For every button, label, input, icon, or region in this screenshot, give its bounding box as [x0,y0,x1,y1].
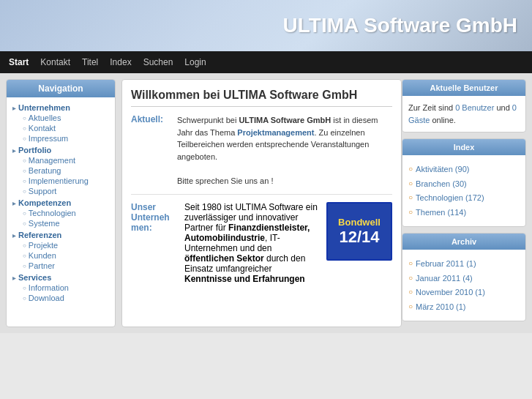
main-navbar: Start Kontakt Titel Index Suchen Login [0,51,532,73]
sidebar-link-management[interactable]: Management [29,156,75,165]
sidebar-link-systeme[interactable]: Systeme [29,219,60,228]
bullet-icon: ○ [23,242,26,249]
list-item: ○ Aktuelles [23,113,109,122]
archiv-mar2010[interactable]: März 2010 (1) [416,301,465,313]
sidebar-section-portfolio: ▸ Portfolio ○ Management ○ Beratung ○ Im… [12,146,109,195]
bullet-icon: ○ [23,188,26,195]
sidebar-parent-portfolio: ▸ Portfolio [12,146,109,154]
sidebar-link-services[interactable]: Services [18,273,51,282]
list-item: ○ Kontakt [23,124,109,133]
aktuelle-benutzer-header: Aktuelle Benutzer [402,80,525,96]
arrow-icon: ▸ [12,231,16,239]
list-item: ○ Projekte [23,241,109,250]
sidebar-parent-referenzen: ▸ Referenzen [12,231,109,239]
unser-content: Seit 1980 ist ULTIMA Software ein zuverl… [184,202,392,284]
sidebar-link-beratung[interactable]: Beratung [29,166,61,175]
index-branchen[interactable]: Branchen (30) [416,178,467,190]
bondwell-model: 12/14 [339,228,379,247]
aktuell-label-text: Aktuell: [131,114,163,124]
nav-titel[interactable]: Titel [82,57,98,67]
sidebar-link-support[interactable]: Support [29,187,57,195]
list-item: ○ Partner [23,261,109,270]
archiv-header: Archiv [402,234,525,250]
arrow-icon: ▸ [12,274,16,282]
sidebar-link-referenzen[interactable]: Referenzen [18,231,61,239]
sidebar-link-impressum[interactable]: Impressum [29,134,68,143]
site-title: ULTIMA Software GmbH [283,14,517,37]
sidebar-children-portfolio: ○ Management ○ Beratung ○ Implementierun… [12,156,109,195]
sidebar-link-partner[interactable]: Partner [29,261,55,270]
benutzer-count1[interactable]: 0 Benutzer [455,103,494,112]
bullet-icon: ○ [23,253,26,259]
sidebar-header: Navigation [7,80,115,97]
bullet-icon: ○ [23,220,26,227]
list-item: ○ Implementierung [23,176,109,185]
index-themen[interactable]: Themen (114) [416,206,466,219]
sidebar-section-referenzen: ▸ Referenzen ○ Projekte ○ Kunden ○ Partn… [12,231,109,270]
bullet-icon: ○ [23,157,26,164]
list-item: ○ Technologien (172) [408,192,520,204]
index-aktivitaeten[interactable]: Aktivitäten (90) [416,163,469,176]
bullet-icon: ○ [23,210,26,217]
sidebar-link-technologien[interactable]: Technologien [29,209,76,217]
unser-text: Seit 1980 ist ULTIMA Software ein zuverl… [184,202,321,284]
nav-index[interactable]: Index [110,57,131,67]
bullet-icon: ○ [23,295,26,302]
nav-kontakt[interactable]: Kontakt [40,57,70,67]
sidebar: Navigation ▸ Unternehmen ○ Aktuelles ○ K… [6,79,116,327]
unser-label-text: UnserUnternehmen: [131,202,170,233]
bullet-icon: ○ [23,135,26,142]
aktuell-text1: Schwerpunkt bei [177,116,239,124]
list-item: ○ Beratung [23,166,109,175]
arrow-icon: ▸ [12,199,16,207]
bullet-icon: ○ [408,272,413,283]
aktuell-label: Aktuell: [131,114,171,187]
page-header: ULTIMA Software GmbH [0,0,532,51]
sidebar-link-kunden[interactable]: Kunden [29,251,56,260]
nav-login[interactable]: Login [184,57,206,67]
aktuell-topic: Projektmanagement [237,128,314,137]
page-title: Willkommen bei ULTIMA Software GmbH [131,89,392,107]
archiv-jan2011[interactable]: Januar 2011 (4) [416,272,473,285]
benutzer-text2: und [494,103,512,112]
archiv-feb2011[interactable]: Februar 2011 (1) [416,258,476,270]
archiv-nov2010[interactable]: November 2010 (1) [416,286,485,299]
bullet-icon: ○ [408,192,413,203]
sidebar-section-kompetenzen: ▸ Kompetenzen ○ Technologien ○ Systeme [12,198,109,228]
index-technologien[interactable]: Technologien (172) [416,192,484,204]
list-item: ○ Kunden [23,251,109,260]
nav-start[interactable]: Start [9,57,29,67]
list-item: ○ Themen (114) [408,206,520,219]
nav-suchen[interactable]: Suchen [143,57,173,67]
bullet-icon: ○ [408,301,413,312]
list-item: ○ Support [23,187,109,195]
aktuell-section: Aktuell: Schwerpunkt bei ULTIMA Software… [131,114,392,195]
aktuell-text: Schwerpunkt bei ULTIMA Software GmbH ist… [177,114,392,187]
sidebar-children-kompetenzen: ○ Technologien ○ Systeme [12,209,109,228]
arrow-icon: ▸ [12,146,16,154]
aktuelle-benutzer-content: Zur Zeit sind 0 Benutzer und 0 Gäste onl… [402,96,525,132]
list-item: ○ Systeme [23,219,109,228]
sidebar-content: ▸ Unternehmen ○ Aktuelles ○ Kontakt ○ Im… [7,97,115,310]
bullet-icon: ○ [23,125,26,132]
sidebar-children-unternehmen: ○ Aktuelles ○ Kontakt ○ Impressum [12,113,109,143]
list-item: ○ März 2010 (1) [408,301,520,313]
sidebar-link-kompetenzen[interactable]: Kompetenzen [18,198,71,207]
sidebar-link-aktuelles[interactable]: Aktuelles [29,113,61,122]
sidebar-parent-services: ▸ Services [12,273,109,282]
list-item: ○ Aktivitäten (90) [408,163,520,176]
sidebar-link-projekte[interactable]: Projekte [29,241,58,250]
sidebar-link-implementierung[interactable]: Implementierung [29,176,89,185]
sidebar-parent-kompetenzen: ▸ Kompetenzen [12,198,109,207]
sidebar-link-unternehmen[interactable]: Unternehmen [18,103,70,112]
bullet-icon: ○ [23,168,26,174]
sidebar-link-download[interactable]: Download [29,294,64,302]
unser-bold2: öffentlichen Sektor [184,253,264,264]
bullet-icon: ○ [23,263,26,269]
sidebar-link-portfolio[interactable]: Portfolio [18,146,51,154]
unser-section: UnserUnternehmen: Seit 1980 ist ULTIMA S… [131,202,392,284]
sidebar-children-referenzen: ○ Projekte ○ Kunden ○ Partner [12,241,109,270]
sidebar-link-information[interactable]: Information [29,283,69,292]
sidebar-link-kontakt[interactable]: Kontakt [29,124,56,133]
unser-label: UnserUnternehmen: [131,202,179,284]
